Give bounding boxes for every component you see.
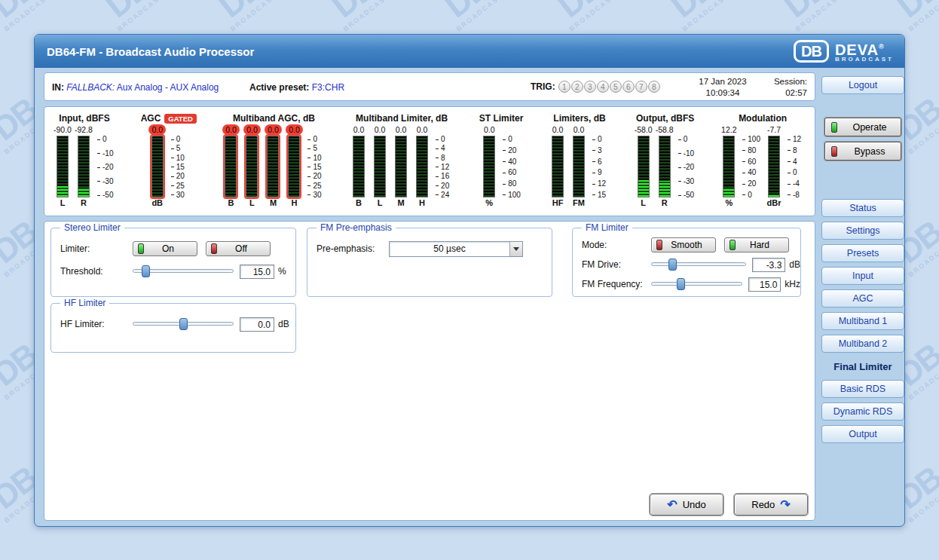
meter-value: 0.0 <box>222 124 240 135</box>
preemphasis-select[interactable]: 50 µsec <box>389 241 523 257</box>
sidebar-item-agc[interactable]: AGC <box>821 289 904 308</box>
bypass-button[interactable]: Bypass <box>824 142 901 161</box>
gated-badge: GATED <box>164 114 197 124</box>
preemphasis-value: 50 µsec <box>390 242 509 256</box>
sidebar-item-dynamic-rds[interactable]: Dynamic RDS <box>821 402 904 421</box>
fm-frequency-value[interactable]: 15.0 <box>748 277 781 292</box>
dropdown-button[interactable] <box>509 242 522 256</box>
sidebar-item-final-limiter[interactable]: Final Limiter <box>821 357 904 375</box>
datetime: 17 Jan 2023 10:09:34 <box>685 76 760 99</box>
sidebar-item-input[interactable]: Input <box>821 267 904 285</box>
limiter-off-button[interactable]: Off <box>206 241 271 256</box>
threshold-slider[interactable] <box>133 265 234 277</box>
meter-value: -90.0 <box>54 124 72 135</box>
meter-bar <box>57 136 69 197</box>
meter-group-title: Multiband Limiter, dB <box>356 112 448 124</box>
titlebar: DB64-FM - Broadcast Audio Processor DB D… <box>35 35 904 68</box>
meter-value: 0.0 <box>243 124 261 135</box>
active-preset: Active preset: F3:CHR <box>249 82 344 93</box>
meter-bar-label: R <box>662 197 668 208</box>
meter-bar-label: L <box>378 197 383 208</box>
date-value: 17 Jan 2023 <box>685 76 760 87</box>
trig-indicator-5: 5 <box>610 81 622 93</box>
hf-limiter-row: HF Limiter: 0.0 dB <box>51 316 295 332</box>
limiter-on-button[interactable]: On <box>133 241 197 256</box>
meter-bar-label: B <box>228 197 234 208</box>
sidebar-item-multiband-2[interactable]: Multiband 2 <box>821 335 904 353</box>
undo-label: Undo <box>683 499 706 510</box>
watermark-logo: DBBROADCAST <box>547 0 617 33</box>
undo-button[interactable]: ↶ Undo <box>650 494 723 516</box>
logout-button[interactable]: Logout <box>821 76 904 94</box>
meter-bar <box>78 136 90 197</box>
registered-mark-icon: ® <box>879 43 885 50</box>
operate-button[interactable]: Operate <box>824 118 901 136</box>
sidebar-item-presets[interactable]: Presets <box>821 244 904 262</box>
mode-smooth-button[interactable]: Smooth <box>651 237 716 252</box>
mode-label: Mode: <box>582 240 651 250</box>
page-title: DB64-FM - Broadcast Audio Processor <box>47 45 254 58</box>
meter-value: 0.0 <box>484 124 495 135</box>
trig-label: TRIG: <box>531 81 555 92</box>
logo-sub: BROADCAST <box>835 56 894 63</box>
sidebar-item-settings[interactable]: Settings <box>821 222 904 240</box>
meter-value: -7.7 <box>767 124 781 135</box>
preemphasis-row: Pre-emphasis: 50 µsec <box>307 240 552 257</box>
fm-frequency-slider[interactable] <box>651 278 742 290</box>
hard-label: Hard <box>736 240 784 250</box>
mode-hard-button[interactable]: Hard <box>724 237 789 252</box>
hf-limiter-value[interactable]: 0.0 <box>240 317 274 332</box>
watermark-logo: DBBROADCAST <box>660 0 730 33</box>
meter-group-title: ST Limiter <box>479 112 524 124</box>
deva-db-icon: DB <box>794 40 829 63</box>
threshold-slider-thumb[interactable] <box>142 265 150 277</box>
in-value: Aux Analog - AUX Analog <box>117 82 219 93</box>
fm-limiter-title: FM Limiter <box>582 222 632 233</box>
meter-bar <box>151 136 164 197</box>
slider-track <box>651 262 746 266</box>
in-mode: FALLBACK: <box>66 82 115 93</box>
undo-icon: ↶ <box>667 499 677 511</box>
slider-track <box>651 282 742 286</box>
redo-button[interactable]: Redo ↷ <box>734 494 808 516</box>
meter-bar <box>768 136 780 197</box>
meter-value: 0.0 <box>417 124 428 135</box>
active-preset-label: Active preset: <box>249 82 309 93</box>
sidebar-item-status[interactable]: Status <box>821 199 904 217</box>
operate-label: Operate <box>845 122 895 133</box>
threshold-value[interactable]: 15.0 <box>240 265 274 279</box>
fm-drive-slider-thumb[interactable] <box>668 259 677 271</box>
preemphasis-label: Pre-emphasis: <box>317 243 389 254</box>
meter-bar <box>395 136 407 197</box>
fm-drive-slider[interactable] <box>651 259 746 271</box>
stereo-limiter-title: Stereo Limiter <box>60 222 124 233</box>
meter-group-title: Input, dBFS <box>59 112 109 124</box>
meter-bar <box>267 136 279 197</box>
redo-icon: ↷ <box>780 499 790 511</box>
meter-scale: 12840-4-8 <box>788 136 804 199</box>
fm-drive-value[interactable]: -3.3 <box>752 258 785 272</box>
threshold-unit: % <box>278 266 286 277</box>
sidebar-item-output[interactable]: Output <box>821 425 904 443</box>
meter-value: 0.0 <box>265 124 282 135</box>
meter-bar <box>288 136 300 197</box>
meters-panel: Input, dBFS-90.0L-92.8R0-10-20-30-50AGCG… <box>44 106 815 216</box>
meter-bar-label: dBr <box>766 197 781 208</box>
meter-group: Multiband Limiter, dB0.0B0.0L0.0M0.0H048… <box>351 112 452 208</box>
meter-value: 0.0 <box>573 124 585 135</box>
smooth-led-icon <box>656 240 662 250</box>
sidebar-item-basic-rds[interactable]: Basic RDS <box>821 380 904 398</box>
fm-frequency-slider-thumb[interactable] <box>677 278 685 290</box>
fm-preemphasis-title: FM Pre-emphasis <box>317 222 396 233</box>
bypass-label: Bypass <box>845 146 895 157</box>
trig-indicator-7: 7 <box>635 81 647 93</box>
watermark-logo: DBBROADCAST <box>208 0 278 33</box>
meter-scale: 020406080100 <box>503 136 521 199</box>
meter-scale: 051015202530 <box>307 136 324 199</box>
hf-limiter-slider-thumb[interactable] <box>179 318 188 330</box>
limiter-label: Limiter: <box>60 243 133 254</box>
meter-bar-label: dB <box>151 197 163 208</box>
sidebar-item-multiband-1[interactable]: Multiband 1 <box>821 312 904 330</box>
meter-bar <box>723 136 735 197</box>
hf-limiter-slider[interactable] <box>133 318 234 330</box>
